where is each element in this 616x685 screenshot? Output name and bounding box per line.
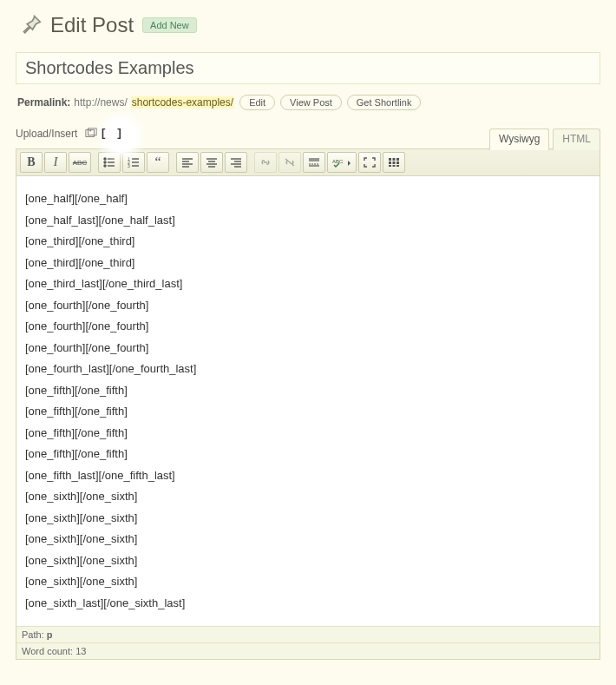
status-path-label: Path: [22, 629, 44, 640]
ordered-list-button[interactable]: 1 2 3 [122, 152, 145, 173]
content-line[interactable]: [one_sixth_last][/one_sixth_last] [25, 593, 591, 615]
status-wordcount-label: Word count: [22, 646, 73, 656]
page-title: Edit Post [50, 13, 134, 37]
svg-text:ABC: ABC [332, 159, 344, 164]
content-line[interactable]: [one_fifth][/one_fifth] [25, 380, 591, 402]
add-new-button[interactable]: Add New [142, 17, 197, 33]
spellcheck-button[interactable]: ABC [327, 152, 357, 173]
content-line[interactable]: [one_sixth][/one_sixth] [25, 550, 591, 572]
edit-permalink-button[interactable]: Edit [239, 95, 275, 110]
content-line[interactable]: [one_sixth][/one_sixth] [25, 529, 591, 550]
upload-insert-label: Upload/Insert [16, 128, 77, 140]
content-line[interactable]: [one_sixth][/one_sixth] [25, 508, 591, 530]
unordered-list-button[interactable] [98, 152, 121, 173]
editor-toolbar: B I ABC 1 2 3 “ [16, 149, 600, 176]
content-line[interactable]: [one_fifth][/one_fifth] [25, 423, 591, 445]
permalink-slug[interactable]: shortcodes-examples/ [131, 96, 234, 109]
svg-rect-34 [396, 158, 399, 161]
content-line[interactable]: [one_third][/one_third] [25, 253, 591, 274]
content-line[interactable]: [one_fourth][/one_fourth] [25, 338, 591, 359]
permalink-label: Permalink: [17, 96, 70, 109]
insert-more-button[interactable] [303, 152, 325, 173]
shortcode-icon[interactable]: [ ] [105, 127, 119, 141]
svg-rect-1 [88, 128, 97, 135]
svg-point-2 [90, 130, 92, 132]
fullscreen-button[interactable] [358, 152, 381, 173]
content-line[interactable]: [one_half_last][/one_half_last] [25, 210, 591, 232]
editor-statusbar: Path: p Word count: 13 [16, 626, 600, 659]
bold-button[interactable]: B [20, 152, 43, 173]
content-line[interactable]: [one_half][/one_half] [25, 188, 591, 210]
svg-rect-37 [396, 161, 399, 164]
content-line[interactable]: [one_fifth_last][/one_fifth_last] [25, 465, 591, 487]
svg-rect-36 [393, 161, 396, 164]
page-header: Edit Post Add New [16, 10, 600, 40]
svg-text:3: 3 [128, 163, 130, 168]
svg-point-3 [104, 158, 106, 160]
svg-rect-35 [389, 161, 391, 164]
content-line[interactable]: [one_third][/one_third] [25, 231, 591, 253]
view-post-button[interactable]: View Post [280, 95, 342, 110]
kitchen-sink-button[interactable] [383, 152, 405, 173]
post-title-input[interactable] [16, 53, 600, 83]
upload-row: Upload/Insert [ ] Wysiwyg HTML [16, 119, 600, 148]
svg-rect-32 [389, 158, 391, 161]
align-center-button[interactable] [200, 152, 223, 173]
svg-point-5 [104, 161, 106, 163]
unlink-button[interactable] [279, 152, 301, 173]
content-line[interactable]: [one_fourth_last][/one_fourth_last] [25, 359, 591, 380]
svg-rect-33 [393, 158, 396, 161]
tab-html[interactable]: HTML [553, 128, 600, 150]
editor-box: B I ABC 1 2 3 “ [16, 148, 600, 660]
svg-point-7 [104, 165, 106, 167]
strikethrough-button[interactable]: ABC [69, 152, 91, 173]
blockquote-button[interactable]: “ [147, 152, 169, 173]
permalink-base: http://news/ [74, 96, 127, 109]
add-media-icon[interactable] [84, 127, 98, 141]
content-line[interactable]: [one_fourth][/one_fourth] [25, 295, 591, 317]
align-left-button[interactable] [176, 152, 199, 173]
content-line[interactable]: [one_fourth][/one_fourth] [25, 316, 591, 338]
link-button[interactable] [254, 152, 277, 173]
status-wordcount-value: 13 [75, 646, 86, 656]
svg-rect-39 [393, 165, 396, 167]
get-shortlink-button[interactable]: Get Shortlink [347, 95, 422, 110]
italic-button[interactable]: I [44, 152, 67, 173]
content-line[interactable]: [one_sixth][/one_sixth] [25, 486, 591, 508]
align-right-button[interactable] [225, 152, 247, 173]
content-line[interactable]: [one_fifth][/one_fifth] [25, 401, 591, 423]
content-line[interactable]: [one_fifth][/one_fifth] [25, 444, 591, 465]
tab-wysiwyg[interactable]: Wysiwyg [489, 128, 549, 150]
svg-rect-40 [396, 165, 399, 167]
svg-rect-38 [389, 165, 391, 167]
editor-content[interactable]: [one_half][/one_half][one_half_last][/on… [16, 176, 600, 626]
status-path-value[interactable]: p [47, 629, 53, 640]
pin-icon [16, 10, 45, 40]
post-title-box [16, 52, 600, 84]
content-line[interactable]: [one_third_last][/one_third_last] [25, 273, 591, 295]
permalink-row: Permalink: http://news/shortcodes-exampl… [16, 89, 600, 119]
content-line[interactable]: [one_sixth][/one_sixth] [25, 571, 591, 593]
